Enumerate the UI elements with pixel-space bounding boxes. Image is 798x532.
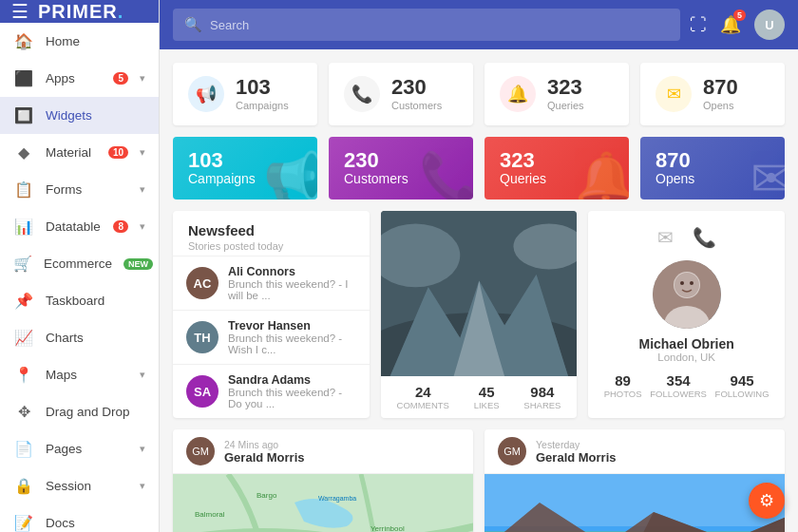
news-text: Brunch this weekend? - I will be ... [228,278,356,301]
sidebar-item-forms[interactable]: 📋Forms▾ [0,171,159,208]
map-body: Balmoral Bargo Yanderra Warragamba Yerri… [173,474,473,532]
sidebar-item-home[interactable]: 🏠Home [0,23,159,60]
map-avatar: GM [186,437,215,466]
lower-section: Newsfeed Stories posted today AC Ali Con… [173,211,785,418]
sidebar-label-drag: Drag and Drop [46,405,145,419]
ecommerce-icon: 🛒 [13,255,32,273]
news-item[interactable]: TH Trevor Hansen Brunch this weekend? - … [173,310,370,364]
sidebar-item-material[interactable]: ◆Material10▾ [0,134,159,171]
sidebar-item-charts[interactable]: 📈Charts [0,319,159,356]
user-avatar[interactable]: U [754,10,785,40]
ps-num: 984 [523,384,560,400]
arrow-apps: ▾ [140,72,145,85]
badge-apps: 5 [113,72,128,85]
news-item[interactable]: SA Sandra Adams Brunch this weekend? - D… [173,364,370,418]
profile-avatar [653,260,721,329]
stat-label-queries: Queries [547,100,584,111]
sidebar-item-datatable[interactable]: 📊Datatable8▾ [0,208,159,245]
stat-label-opens: Opens [703,100,738,111]
charts-icon: 📈 [13,329,34,347]
docs-icon: 📝 [13,514,34,532]
stat-icon-opens: ✉ [656,76,692,112]
color-card-campaigns-cc: 103 Campaigns 📢 [173,137,317,200]
stat-icon-campaigns: 📢 [188,76,224,112]
landscape-time: Yesterday [536,439,617,450]
pstat-num: 89 [604,372,642,389]
search-input[interactable] [210,18,669,32]
sidebar-label-ecommerce: Ecommerce [44,256,112,271]
news-text: Brunch this weekend? - Do you ... [228,387,356,409]
phone-icon[interactable]: 📞 [693,226,716,249]
cc-num-queries-cc: 323 [500,150,546,171]
profile-actions: ✉ 📞 [657,226,716,249]
arrow-pages: ▾ [140,443,145,455]
badge-material: 10 [108,146,128,159]
photo-stat-likes: 45 Likes [474,384,500,410]
pstat-num: 945 [715,372,770,389]
cc-num-campaigns-cc: 103 [188,150,256,171]
arrow-datatable: ▾ [140,220,145,233]
cc-label-opens-cc: Opens [656,171,694,186]
sidebar-item-taskboard[interactable]: 📌Taskboard [0,282,159,319]
sidebar-label-maps: Maps [46,368,128,382]
map-name: Gerald Morris [224,450,305,465]
newsfeed-subtitle: Stories posted today [188,240,354,252]
newsfeed-card: Newsfeed Stories posted today AC Ali Con… [173,211,370,418]
news-item[interactable]: AC Ali Connors Brunch this weekend? - I … [173,256,370,310]
photo-stat-shares: 984 Shares [523,384,560,410]
cc-label-campaigns-cc: Campaigns [188,171,256,186]
cc-icon-campaigns-cc: 📢 [263,149,317,200]
stat-card-customers: 📞 230 Customers [329,63,473,125]
sidebar-item-drag[interactable]: ✥Drag and Drop [0,393,159,430]
profile-name: Michael Obrien [638,336,733,352]
sidebar-item-widgets[interactable]: 🔲Widgets [0,97,159,134]
color-cards-row: 103 Campaigns 📢 230 Customers 📞 323 Quer… [173,137,785,200]
topbar: 🔍 ⛶ 🔔 5 U [160,0,798,49]
map-time: 24 Mins ago [224,439,305,450]
cc-num-opens-cc: 870 [656,150,694,171]
datatable-icon: 📊 [13,218,34,236]
profile-stat-followers: 354 Followers [650,372,707,399]
sidebar-item-pages[interactable]: 📄Pages▾ [0,430,159,467]
profile-stat-following: 945 Following [715,372,770,399]
pstat-label: Following [715,389,770,399]
sidebar-label-apps: Apps [46,71,102,86]
search-bar[interactable]: 🔍 [173,9,680,41]
svg-text:Warragamba: Warragamba [318,495,356,503]
svg-text:Yerrinbool: Yerrinbool [370,524,405,532]
email-icon[interactable]: ✉ [657,226,674,249]
profile-stat-photos: 89 Photos [604,372,642,399]
stat-card-queries: 🔔 323 Queries [484,63,629,125]
hamburger-icon[interactable]: ☰ [11,0,28,23]
profile-location: London, UK [657,352,715,363]
material-icon: ◆ [13,143,34,162]
news-avatar: SA [186,375,218,408]
color-card-queries-cc: 323 Queries 🔔 [484,137,629,200]
fullscreen-icon[interactable]: ⛶ [690,15,707,35]
news-avatar: AC [186,267,218,299]
fab-button[interactable]: ⚙ [749,483,785,519]
sidebar-label-pages: Pages [46,442,128,456]
sidebar-item-ecommerce[interactable]: 🛒EcommerceNEW▾ [0,245,159,282]
sidebar-label-forms: Forms [46,182,128,197]
photo-image [381,211,578,376]
profile-stats: 89 Photos 354 Followers 945 Following [599,372,773,399]
sidebar-item-docs[interactable]: 📝Docs [0,504,159,532]
notification-icon[interactable]: 🔔 5 [720,14,741,35]
cc-icon-opens-cc: ✉ [750,150,785,200]
sidebar-label-session: Session [46,479,128,493]
sidebar-item-apps[interactable]: ⬛Apps5▾ [0,60,159,97]
photo-stats: 24 Comments 45 Likes 984 Shares [381,376,578,418]
widgets-icon: 🔲 [13,106,34,124]
sidebar-item-maps[interactable]: 📍Maps▾ [0,356,159,393]
stat-num-opens: 870 [703,77,738,98]
ps-num: 45 [474,384,500,400]
bottom-section: GM 24 Mins ago Gerald Morris [173,429,785,532]
profile-card: ✉ 📞 Michael Obrien L [588,211,785,418]
forms-icon: 📋 [13,180,34,199]
cc-label-queries-cc: Queries [500,171,546,186]
stat-num-customers: 230 [391,77,442,98]
sidebar-item-session[interactable]: 🔒Session▾ [0,467,159,504]
content-area: 📢 103 Campaigns 📞 230 Customers 🔔 323 Qu… [160,49,798,532]
home-icon: 🏠 [13,32,34,50]
